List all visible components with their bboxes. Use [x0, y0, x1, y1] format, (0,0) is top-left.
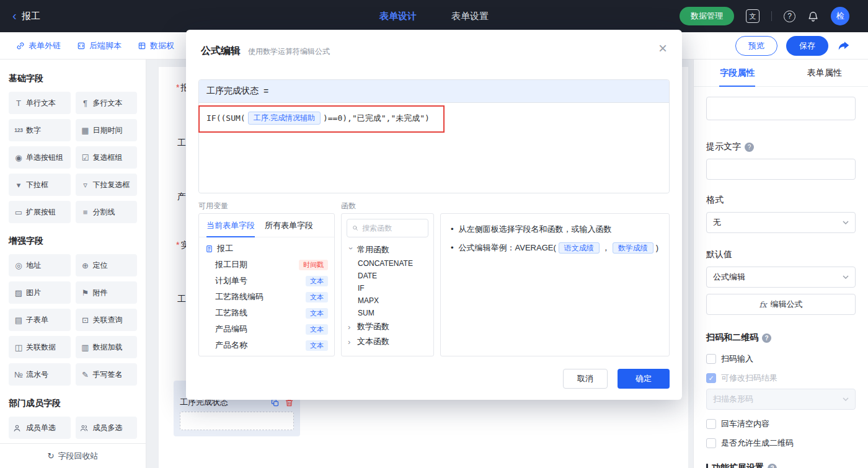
field-item-related-data[interactable]: ◫关联数据: [9, 336, 71, 358]
save-button[interactable]: 保存: [786, 36, 828, 56]
field-item-checkbox-group[interactable]: ☑复选框组: [76, 146, 138, 169]
bell-icon[interactable]: [807, 11, 819, 22]
checkbox-modify-scan-result: ✓ 可修改扫码结果: [706, 373, 856, 384]
field-item-serial-number[interactable]: №流水号: [9, 363, 71, 386]
field-item-divider[interactable]: ≡分割线: [76, 201, 138, 223]
tab-all-form-fields[interactable]: 所有表单字段: [265, 214, 313, 237]
hint-help-icon[interactable]: ?: [745, 143, 754, 152]
checkbox-scan-input[interactable]: 扫码输入: [706, 353, 856, 364]
properties-body: 提示文字 ? 格式 无 默认值 公式编辑 fx 编辑公式 扫码和二维码 ? 扫码…: [694, 87, 868, 468]
field-item-image[interactable]: ▨图片: [9, 281, 71, 304]
field-item-address[interactable]: ◎地址: [9, 254, 71, 276]
form-external-link-button[interactable]: 表单外链: [16, 40, 61, 51]
number-icon: 123: [13, 128, 24, 133]
edit-formula-button[interactable]: fx 编辑公式: [706, 294, 856, 315]
close-icon[interactable]: ×: [658, 41, 667, 56]
related-query-icon: ⊡: [80, 316, 91, 324]
variable-item[interactable]: 计划单号文本: [199, 273, 334, 289]
document-icon: [205, 245, 213, 253]
field-item-dropdown-multi[interactable]: ▿下拉复选框: [76, 174, 138, 196]
example-field-chip: 语文成绩: [559, 242, 600, 254]
function-group-text[interactable]: › 文本函数: [342, 334, 433, 349]
function-group-common[interactable]: › 常用函数: [342, 242, 433, 257]
chevron-right-icon: ›: [348, 338, 354, 346]
field-item-signature[interactable]: ✎手写签名: [76, 363, 138, 386]
field-recycle-bin[interactable]: ↻ 字段回收站: [0, 443, 146, 468]
field-item-radio-group[interactable]: ◉单选按钮组: [9, 146, 71, 169]
barcode-type-select: 扫描条形码: [706, 389, 856, 410]
variable-item[interactable]: 报工日期时间戳: [199, 257, 334, 273]
function-item[interactable]: SUM: [342, 307, 433, 319]
checkbox-enter-clear[interactable]: 回车清空内容: [706, 418, 856, 430]
field-item-subform[interactable]: ▤子表单: [9, 309, 71, 331]
field-item-number[interactable]: 123数字: [9, 119, 71, 141]
function-item[interactable]: IF: [342, 282, 433, 294]
field-item-label: 附件: [93, 288, 108, 298]
preview-button[interactable]: 预览: [735, 36, 777, 56]
default-value-select[interactable]: 公式编辑: [706, 267, 856, 288]
function-search[interactable]: [347, 219, 428, 237]
share-icon[interactable]: [837, 39, 851, 53]
format-select[interactable]: 无: [706, 212, 856, 233]
variable-item[interactable]: 产品编码文本: [199, 321, 334, 337]
field-value-input[interactable]: [706, 97, 856, 120]
variables-tree-root[interactable]: 报工: [199, 237, 334, 257]
basic-fields-grid: T单行文本 ¶多行文本 123数字 ▦日期时间 ◉单选按钮组 ☑复选框组 ▾下拉…: [9, 92, 137, 223]
data-manage-button[interactable]: 数据管理: [680, 7, 734, 25]
tab-field-properties[interactable]: 字段属性: [694, 60, 781, 86]
example-field-chip: 数学成绩: [613, 242, 653, 254]
tab-form-settings[interactable]: 表单设置: [451, 11, 489, 22]
field-item-label: 下拉框: [26, 180, 48, 190]
tab-form-properties[interactable]: 表单属性: [781, 60, 868, 86]
modal-header: 公式编辑 使用数学运算符编辑公式: [186, 30, 682, 66]
help-line-1: • 从左侧面板选择字段名和函数，或输入函数: [451, 223, 659, 236]
type-badge: 时间戳: [299, 260, 328, 270]
cancel-button[interactable]: 取消: [563, 369, 608, 389]
fx-icon: fx: [759, 300, 766, 309]
function-search-input[interactable]: [362, 224, 423, 232]
field-item-multi-line-text[interactable]: ¶多行文本: [76, 92, 138, 114]
field-item-location[interactable]: ⊕定位: [76, 254, 138, 276]
field-item-dropdown[interactable]: ▾下拉框: [9, 174, 71, 196]
hint-text-input[interactable]: [706, 159, 856, 180]
field-item-extend-button[interactable]: ▭扩展按钮: [9, 201, 71, 223]
translate-icon[interactable]: 文: [746, 9, 760, 23]
field-item-data-load[interactable]: ▥数据加载: [76, 336, 138, 358]
tab-form-design[interactable]: 表单设计: [379, 11, 417, 22]
field-item-related-query[interactable]: ⊡关联查询: [76, 309, 138, 331]
function-item[interactable]: DATE: [342, 270, 433, 282]
field-item-member-single[interactable]: 成员单选: [9, 417, 71, 439]
function-item[interactable]: MAPX: [342, 294, 433, 307]
formula-edit-modal: 公式编辑 使用数学运算符编辑公式 × 工序完成状态 = IF((SUM( 工序.…: [186, 30, 682, 400]
functions-label: 函数: [341, 201, 356, 211]
checkbox-allow-qr[interactable]: 是否允许生成二维码: [706, 438, 856, 449]
variable-item[interactable]: 工艺路线文本: [199, 305, 334, 321]
back-button[interactable]: ‹ 报工: [12, 11, 40, 22]
field-item-single-line-text[interactable]: T单行文本: [9, 92, 71, 114]
barcode-select-value: 扫描条形码: [713, 394, 753, 405]
backend-script-button[interactable]: 后端脚本: [77, 40, 122, 51]
function-item[interactable]: CONCATENATE: [342, 257, 433, 270]
related-data-icon: ◫: [13, 343, 24, 351]
field-item-attachment[interactable]: ⚑附件: [76, 281, 138, 304]
variable-item[interactable]: 产品名称文本: [199, 337, 334, 353]
formula-editor[interactable]: IF((SUM( 工序.完成情况辅助 )==0),"已完成","未完成"): [199, 102, 669, 193]
extension-help-icon[interactable]: ?: [768, 464, 777, 468]
field-label-fragment: 工: [176, 294, 186, 305]
checkbox-icon: [706, 354, 716, 364]
tab-current-form-fields[interactable]: 当前表单字段: [206, 214, 255, 237]
scan-section-header: 扫码和二维码 ?: [706, 332, 856, 343]
scan-help-icon[interactable]: ?: [762, 333, 771, 343]
field-item-datetime[interactable]: ▦日期时间: [76, 119, 138, 141]
section-title-enhanced-fields: 增强字段: [9, 236, 137, 247]
variable-item[interactable]: 工艺路线编码文本: [199, 289, 334, 305]
confirm-button[interactable]: 确定: [618, 369, 670, 389]
checkbox-label: 扫码输入: [721, 353, 753, 364]
function-group-math[interactable]: › 数学函数: [342, 319, 433, 334]
default-value-label: 默认值: [706, 249, 856, 260]
field-item-member-multi[interactable]: 成员多选: [76, 417, 138, 439]
data-permission-button[interactable]: 数据权: [138, 40, 174, 51]
avatar[interactable]: 检: [831, 7, 849, 25]
help-icon[interactable]: ?: [784, 11, 795, 22]
type-badge: 文本: [306, 324, 328, 335]
